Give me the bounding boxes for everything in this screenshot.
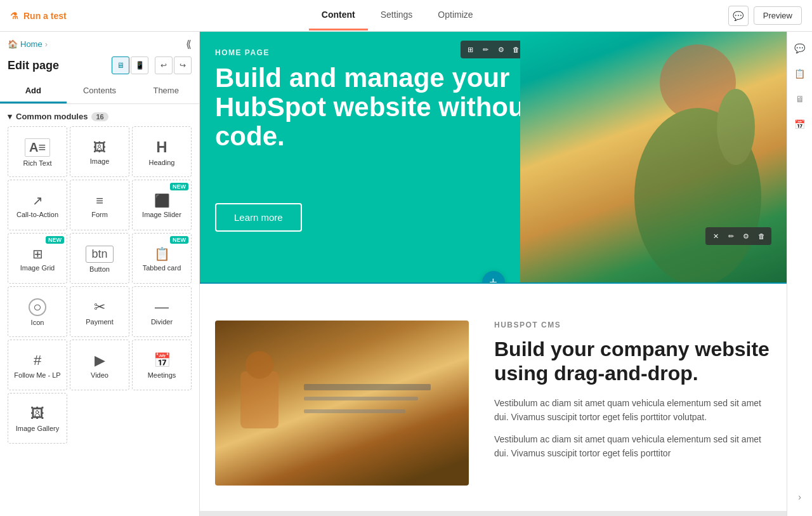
hero-toolbar-settings-btn[interactable]: ⚙ <box>494 43 508 56</box>
tab-settings[interactable]: Settings <box>368 1 426 30</box>
video-icon: ▶ <box>95 352 105 369</box>
page-title: Edit page <box>8 59 59 72</box>
module-video[interactable]: ▶ Video <box>70 340 129 390</box>
hero-page-label: HOME PAGE <box>215 48 270 57</box>
redo-button[interactable]: ↪ <box>174 56 192 74</box>
module-button[interactable]: btn Button <box>70 233 129 284</box>
right-edge-calendar-icon[interactable]: 📅 <box>791 116 809 133</box>
module-heading-label: Heading <box>149 159 175 167</box>
modules-header[interactable]: ▾ Common modules 16 <box>8 112 192 121</box>
module-divider[interactable]: — Divider <box>132 286 192 337</box>
module-meetings[interactable]: 📅 Meetings <box>132 340 192 390</box>
content-body-1: Vestibulum ac diam sit amet quam vehicul… <box>494 396 771 425</box>
svg-rect-6 <box>304 397 418 400</box>
right-edge-monitor-icon[interactable]: 🖥 <box>791 90 809 108</box>
content-image-inner <box>215 321 469 486</box>
content-eyebrow: HUBSPOT CMS <box>494 321 771 329</box>
module-payment-label: Payment <box>86 318 113 326</box>
hero-delete-btn2[interactable]: 🗑 <box>754 229 768 243</box>
module-meetings-label: Meetings <box>148 371 176 380</box>
module-form[interactable]: ≡ Form <box>70 180 129 230</box>
module-video-label: Video <box>91 371 108 380</box>
collapse-sidebar-button[interactable]: ⟪ <box>186 38 192 50</box>
svg-rect-5 <box>304 384 431 390</box>
hero-close-btn[interactable]: ✕ <box>709 229 723 243</box>
top-bar-right: 💬 Preview <box>728 6 802 26</box>
mobile-view-button[interactable]: 📱 <box>131 56 148 74</box>
image-grid-icon: ⊞ <box>32 246 43 261</box>
module-cta-label: Call-to-Action <box>16 211 58 219</box>
edit-page-header: Edit page 🖥 📱 ↩ ↪ <box>0 54 199 79</box>
svg-rect-3 <box>240 371 278 428</box>
payment-icon: ✂ <box>94 299 105 315</box>
module-payment[interactable]: ✂ Payment <box>70 286 129 337</box>
right-edge-chat-icon[interactable]: 💬 <box>791 39 809 57</box>
run-test-label: Run a test <box>23 11 67 21</box>
image-gallery-icon: 🖼 <box>30 406 44 422</box>
content-body-2: Vestibulum ac diam sit amet quam vehicul… <box>494 432 771 461</box>
flask-icon: ⚗ <box>10 11 18 21</box>
hero-toolbar-bottom: ✕ ✏ ⚙ 🗑 <box>705 227 771 245</box>
hero-section: ⊞ ✏ ⚙ 🗑 HOME PAGE Build and manage your … <box>200 32 787 282</box>
module-tabbed-card-label: Tabbed card <box>143 264 181 272</box>
tabbed-card-icon: 📋 <box>154 246 170 261</box>
image-slider-icon: ⬛ <box>154 193 170 208</box>
home-icon: 🏠 <box>8 39 18 49</box>
right-edge-bottom: › <box>791 488 809 506</box>
sidebar-tab-theme[interactable]: Theme <box>133 79 199 103</box>
svg-point-4 <box>246 351 273 379</box>
hero-toolbar-edit-btn[interactable]: ✏ <box>479 43 493 56</box>
new-badge-tabbed-card: NEW <box>170 236 188 244</box>
module-image[interactable]: 🖼 Image <box>70 126 129 177</box>
module-image-label: Image <box>90 157 110 166</box>
cta-icon: ↗ <box>32 193 43 208</box>
new-badge-image-grid: NEW <box>46 236 64 244</box>
sidebar-tabs: Add Contents Theme <box>0 79 199 104</box>
module-image-gallery[interactable]: 🖼 Image Gallery <box>8 393 67 444</box>
icon-module-icon: ○ <box>29 298 46 316</box>
module-image-grid[interactable]: NEW ⊞ Image Grid <box>8 233 67 284</box>
content-text: HUBSPOT CMS Build your company website u… <box>494 321 771 486</box>
comment-icon-button[interactable]: 💬 <box>728 6 749 26</box>
content-image <box>215 321 469 486</box>
modules-label: Common modules <box>16 112 88 121</box>
top-nav-tabs: Content Settings Optimize <box>309 1 486 30</box>
module-icon[interactable]: ○ Icon <box>8 286 67 337</box>
right-edge-clipboard-icon[interactable]: 📋 <box>791 65 809 83</box>
chevron-down-icon: ▾ <box>8 112 12 121</box>
sidebar-tab-add[interactable]: Add <box>0 79 67 103</box>
module-tabbed-card[interactable]: NEW 📋 Tabbed card <box>132 233 192 284</box>
module-rich-text[interactable]: A≡ Rich Text <box>8 126 67 177</box>
module-button-label: Button <box>89 265 110 274</box>
view-toggle: 🖥 📱 <box>112 56 148 74</box>
breadcrumb-home[interactable]: Home <box>20 39 43 49</box>
hero-toolbar-grid-btn[interactable]: ⊞ <box>464 43 478 56</box>
hero-settings-btn2[interactable]: ⚙ <box>739 229 753 243</box>
hero-learn-more-button[interactable]: Learn more <box>215 203 302 232</box>
sidebar-tab-contents[interactable]: Contents <box>67 79 133 103</box>
header-controls: 🖥 📱 ↩ ↪ <box>112 56 192 74</box>
svg-point-2 <box>717 89 755 165</box>
run-test-button[interactable]: ⚗ Run a test <box>10 11 67 21</box>
meetings-icon: 📅 <box>154 352 171 369</box>
modules-section: ▾ Common modules 16 A≡ Rich Text 🖼 Image… <box>0 107 199 446</box>
undo-redo-controls: ↩ ↪ <box>155 56 192 74</box>
add-section-button[interactable]: + <box>482 271 505 282</box>
undo-button[interactable]: ↩ <box>155 56 173 74</box>
module-image-slider[interactable]: NEW ⬛ Image Slider <box>132 180 192 230</box>
tab-optimize[interactable]: Optimize <box>425 1 485 30</box>
preview-button[interactable]: Preview <box>754 6 802 25</box>
breadcrumb-separator: › <box>45 39 48 49</box>
module-follow-me[interactable]: # Follow Me - LP <box>8 340 67 390</box>
main-layout: 🏠 Home › ⟪ Edit page 🖥 📱 ↩ ↪ Add Conte <box>0 32 812 516</box>
module-cta[interactable]: ↗ Call-to-Action <box>8 180 67 230</box>
right-edge-panel: 💬 📋 🖥 📅 › <box>787 32 812 516</box>
content-title: Build your company website using drag-an… <box>494 337 771 386</box>
right-edge-chevron-right-icon[interactable]: › <box>791 488 809 506</box>
modules-grid: A≡ Rich Text 🖼 Image H Heading ↗ Call-to… <box>8 126 192 444</box>
tab-content[interactable]: Content <box>309 1 368 30</box>
module-heading[interactable]: H Heading <box>132 126 192 177</box>
desktop-view-button[interactable]: 🖥 <box>112 56 129 74</box>
hero-edit-btn2[interactable]: ✏ <box>724 229 738 243</box>
module-divider-label: Divider <box>151 318 173 326</box>
